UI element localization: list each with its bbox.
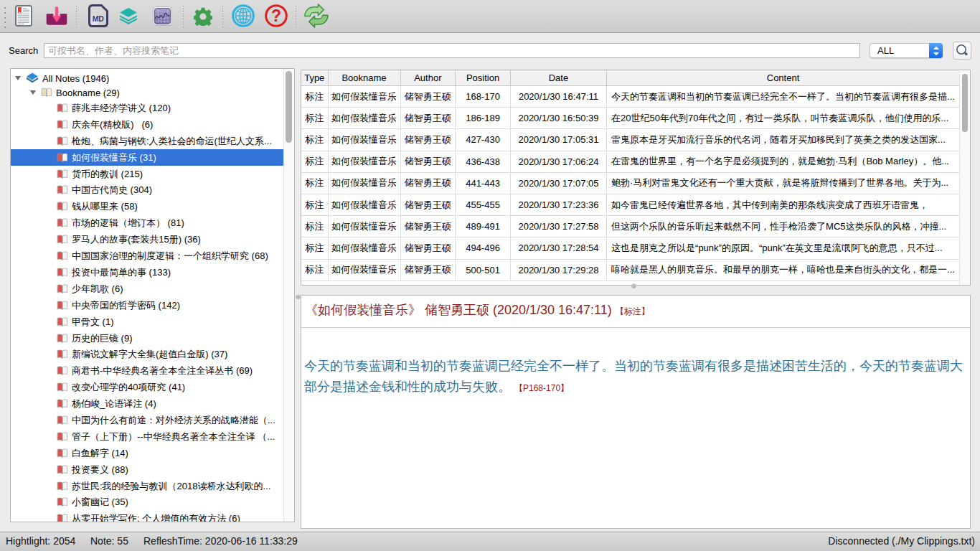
svg-text:MD: MD: [93, 14, 105, 23]
svg-text:?: ?: [271, 6, 281, 25]
